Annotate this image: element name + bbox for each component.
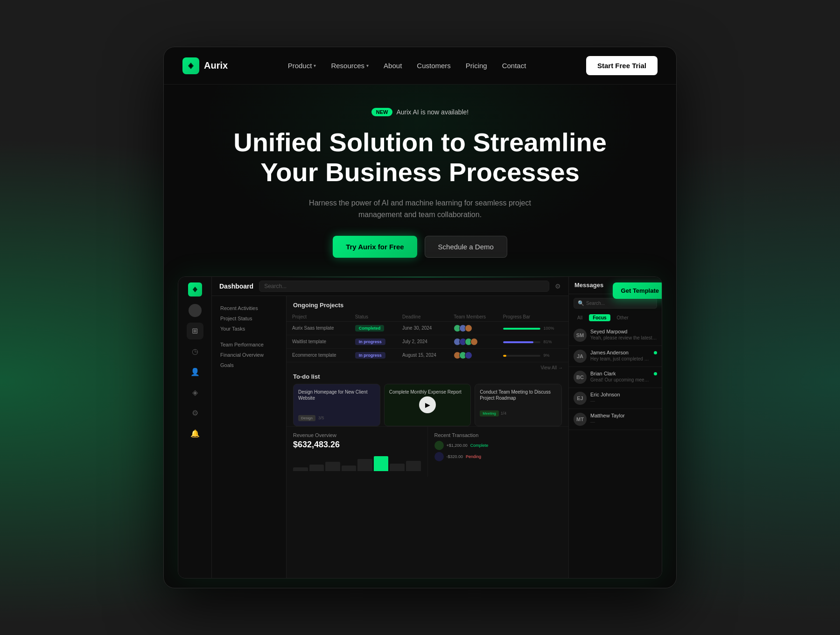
db-top-header: Dashboard Search... ⚙ [212, 277, 568, 296]
message-item-3[interactable]: BC Brian Clark Great! Our upcoming meeti… [569, 367, 662, 388]
team-members [454, 325, 492, 332]
msg-content-2: James Anderson Hey team, just completed … [590, 350, 650, 361]
msg-tab-focus[interactable]: Focus [589, 314, 610, 321]
search-placeholder: Search... [586, 301, 605, 306]
transaction-status: Pending [466, 454, 481, 459]
project-team-1 [448, 321, 497, 335]
project-deadline-1: June 30, 2024 [397, 321, 448, 335]
msg-preview-5: — [590, 419, 657, 424]
col-project: Project [287, 312, 350, 322]
table-row[interactable]: Ecommerce template In progress August 15… [287, 348, 568, 362]
chart-bar-active [374, 456, 389, 471]
message-filter-tabs: All Focus Other [569, 312, 662, 323]
db-search-box[interactable]: Search... [259, 281, 549, 292]
todo-title: To-do list [293, 373, 562, 380]
message-item-5[interactable]: MT Matthew Taylor — [569, 409, 662, 430]
revenue-title: Revenue Overview [293, 432, 421, 438]
db-nav-your-tasks[interactable]: Your Tasks [217, 324, 280, 333]
chart-bar [357, 459, 372, 471]
db-nav-notifications[interactable]: 🔔 [187, 425, 203, 442]
start-free-trial-button[interactable]: Start Free Trial [586, 56, 658, 75]
db-nav-settings[interactable]: ⚙ [187, 405, 203, 422]
db-settings-icon[interactable]: ⚙ [555, 282, 561, 290]
dashboard-preview: ⊞ ◷ 👤 ◈ ⚙ 🔔 Dashboard Search... ⚙ [178, 276, 662, 579]
messages-title: Messages [574, 282, 603, 289]
todo-card-3[interactable]: Conduct Team Meeting to Discuss Project … [475, 384, 562, 426]
db-nav-financial-overview[interactable]: Financial Overview [217, 350, 280, 360]
db-nav-goals[interactable]: Goals [217, 360, 280, 370]
badge-text: Aurix AI is now available! [396, 108, 469, 116]
db-left-panel: Recent Activities Project Status Your Ta… [212, 296, 287, 578]
team-member-avatar [470, 338, 478, 346]
team-members [454, 338, 492, 346]
col-status: Status [350, 312, 397, 322]
message-item-1[interactable]: SM Seyed Marpowd Yeah, please review the… [569, 325, 662, 346]
db-nav-activities[interactable]: ◷ [187, 343, 203, 360]
ongoing-projects-title: Ongoing Projects [287, 296, 568, 312]
msg-content-4: Eric Johnson — [590, 392, 657, 403]
db-content-area: Recent Activities Project Status Your Ta… [212, 296, 568, 578]
table-row[interactable]: Aurix Saas template Completed June 30, 2… [287, 321, 568, 335]
message-item-2[interactable]: JA James Anderson Hey team, just complet… [569, 346, 662, 367]
db-logo-icon [188, 282, 202, 296]
nav-about[interactable]: About [384, 62, 402, 70]
msg-preview-4: — [590, 398, 657, 403]
navbar: Aurix Product ▾ Resources ▾ About Custom… [164, 47, 676, 85]
nav-pricing[interactable]: Pricing [466, 62, 487, 70]
logo[interactable]: Aurix [182, 57, 228, 74]
project-status-3: In progress [350, 348, 397, 362]
db-sidebar: ⊞ ◷ 👤 ◈ ⚙ 🔔 [178, 277, 212, 578]
progress-fill [503, 328, 540, 330]
messages-search[interactable]: 🔍 Search... [574, 298, 657, 309]
msg-avatar-3: BC [574, 371, 587, 384]
team-member-avatar [465, 325, 472, 332]
chart-bar [390, 464, 405, 471]
message-item-4[interactable]: EJ Eric Johnson — [569, 388, 662, 409]
chevron-down-icon: ▾ [314, 63, 316, 68]
hero-subtitle: Harness the power of AI and machine lear… [308, 197, 532, 221]
project-deadline-3: August 15, 2024 [397, 348, 448, 362]
transaction-icon [434, 452, 444, 461]
db-nav-project-status[interactable]: Project Status [217, 314, 280, 323]
hero-title: Unified Solution to Streamline Your Busi… [233, 127, 607, 188]
nav-customers[interactable]: Customers [417, 62, 451, 70]
todo-section: To-do list Design Homepage for New Clien… [287, 373, 568, 426]
transaction-widget: Recent Transaction +$1,200.00 Complete [428, 427, 569, 477]
progress-bar [503, 341, 540, 343]
todo-card-2[interactable]: Complete Monthly Expense Report ▶ [384, 384, 471, 426]
db-nav-recent-activities[interactable]: Recent Activities [217, 303, 280, 313]
db-nav-tasks[interactable]: ◈ [187, 384, 203, 401]
db-nav-team-performance[interactable]: Team Performance [217, 340, 280, 349]
project-progress-1: 100% [497, 321, 568, 335]
nav-contact[interactable]: Contact [502, 62, 526, 70]
msg-avatar-4: EJ [574, 392, 587, 405]
unread-dot [654, 372, 657, 375]
try-free-button[interactable]: Try Aurix for Free [333, 236, 417, 258]
msg-tab-other[interactable]: Other [613, 314, 632, 321]
nav-links: Product ▾ Resources ▾ About Customers Pr… [288, 62, 526, 70]
db-user-avatar[interactable] [189, 304, 202, 317]
project-status-2: In progress [350, 335, 397, 348]
todo-card-title: Conduct Team Meeting to Discuss Project … [480, 389, 557, 401]
msg-preview-1: Yeah, please review the latest pr... [590, 335, 657, 340]
col-progress: Progress Bar [497, 312, 568, 322]
msg-tab-all[interactable]: All [574, 314, 586, 321]
main-card: Aurix Product ▾ Resources ▾ About Custom… [163, 47, 677, 588]
transaction-item: +$1,200.00 [447, 443, 468, 448]
get-template-button[interactable]: Get Template [613, 282, 662, 299]
status-badge: In progress [355, 352, 385, 359]
todo-card-1[interactable]: Design Homepage for New Client Website D… [293, 384, 380, 426]
table-row[interactable]: Waitlist template In progress July 2, 20… [287, 335, 568, 348]
db-nav-projects[interactable]: 👤 [187, 364, 203, 381]
nav-resources[interactable]: Resources ▾ [331, 62, 369, 70]
db-nav-section-2: Team Performance Financial Overview Goal… [212, 338, 286, 373]
nav-product[interactable]: Product ▾ [288, 62, 316, 70]
play-button[interactable]: ▶ [419, 396, 436, 413]
schedule-demo-button[interactable]: Schedule a Demo [425, 236, 507, 258]
chart-bar [293, 467, 308, 471]
view-all-projects[interactable]: View All → [287, 362, 568, 373]
db-nav-dashboard[interactable]: ⊞ [187, 323, 203, 339]
db-search-placeholder: Search... [264, 283, 287, 289]
todo-meta: 3/5 [318, 416, 324, 420]
msg-content-5: Matthew Taylor — [590, 413, 657, 424]
